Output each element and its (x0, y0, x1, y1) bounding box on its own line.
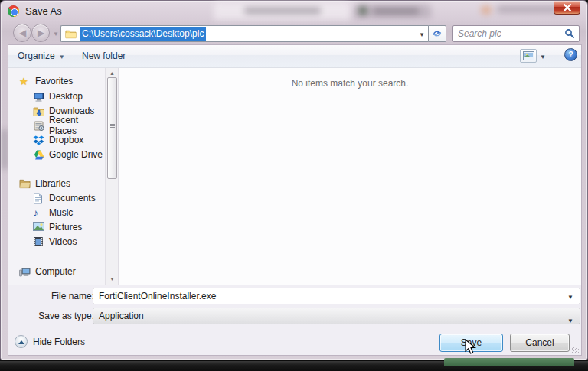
file-name-dropdown-icon[interactable]: ▼ (567, 294, 573, 301)
window-title: Save As (25, 5, 62, 17)
libraries-icon (19, 178, 31, 190)
file-name-row: File name: ▼ (8, 288, 581, 304)
search-icon[interactable] (564, 28, 575, 39)
file-name-input[interactable] (99, 290, 558, 302)
views-button[interactable] (520, 49, 537, 63)
sidebar-item-label: Documents (49, 193, 96, 203)
google-drive-icon (33, 149, 44, 161)
navigation-pane: ★ Favorites Desktop Downloads (8, 68, 105, 285)
sidebar-item-videos[interactable]: Videos (33, 235, 77, 249)
refresh-button[interactable] (428, 25, 446, 42)
scrollbar-thumb[interactable] (107, 77, 117, 179)
file-listing: ★ Favorites Desktop Downloads (8, 68, 581, 285)
save-type-label: Save as type: (14, 311, 94, 321)
pictures-icon (33, 222, 44, 233)
search-input[interactable] (458, 28, 557, 40)
address-path[interactable]: C:\Users\cossack\Desktop\pic (80, 27, 206, 41)
help-button[interactable]: ? (564, 48, 577, 61)
save-type-dropdown-icon[interactable]: ▼ (567, 314, 573, 329)
hide-folders-label: Hide Folders (33, 337, 85, 347)
scroll-down-icon[interactable]: ▼ (106, 274, 118, 284)
empty-search-message: No items match your search. (119, 78, 581, 89)
address-dropdown-icon[interactable]: ▼ (419, 31, 425, 38)
save-type-row: Save as type: Application ▼ (8, 308, 581, 324)
file-list-pane[interactable]: No items match your search. (118, 68, 581, 285)
sidebar-item-label: Videos (49, 236, 77, 247)
forward-arrow-icon: ▶ (38, 28, 44, 38)
organize-label: Organize (18, 50, 55, 61)
chrome-logo-icon (8, 5, 19, 17)
music-icon: ♪ (33, 207, 44, 219)
sidebar-scrollbar[interactable]: ▲ ▼ (105, 68, 118, 285)
sidebar-section-favorites[interactable]: ★ Favorites (19, 74, 73, 88)
file-name-label: File name: (14, 291, 94, 301)
desktop-icon (33, 91, 44, 103)
close-button[interactable] (554, 1, 580, 15)
refresh-icon (432, 28, 443, 39)
recent-places-icon (33, 120, 44, 132)
search-box[interactable] (452, 25, 580, 42)
sidebar-item-label: Music (49, 207, 73, 218)
chevron-up-icon (15, 335, 28, 348)
views-icon (523, 51, 534, 60)
sidebar-section-label: Libraries (35, 178, 70, 189)
recent-pages-dropdown[interactable]: ▼ (53, 31, 59, 37)
sidebar-item-label: Google Drive (49, 149, 103, 160)
sidebar-section-label: Favorites (35, 76, 73, 86)
file-name-combo[interactable]: ▼ (93, 288, 580, 304)
sidebar-item-desktop[interactable]: Desktop (33, 89, 83, 103)
save-as-dialog: Save As ◀ ▶ ▼ C:\Users\cossack\Desktop\p… (0, 0, 588, 360)
sidebar-item-label: Desktop (49, 91, 83, 102)
back-arrow-icon: ◀ (19, 28, 26, 38)
close-icon (563, 3, 572, 12)
dialog-footer: Hide Folders Save Cancel (8, 330, 581, 356)
background-smudge (2, 129, 8, 169)
sidebar-item-dropbox[interactable]: Dropbox (33, 133, 83, 147)
sidebar-section-computer[interactable]: Computer (19, 265, 76, 278)
cancel-button[interactable]: Cancel (510, 334, 570, 352)
chevron-down-icon: ▼ (59, 54, 65, 60)
sidebar-item-documents[interactable]: Documents (33, 191, 96, 205)
organize-menu-button[interactable]: Organize▼ (18, 50, 65, 61)
sidebar-item-pictures[interactable]: Pictures (33, 220, 82, 234)
taskbar-progress-green (444, 358, 574, 366)
sidebar-item-label: Pictures (49, 222, 82, 233)
mouse-cursor (464, 339, 481, 356)
save-type-value: Application (99, 311, 144, 321)
sidebar-section-label: Computer (35, 266, 76, 277)
views-dropdown-icon[interactable]: ▼ (540, 54, 546, 60)
folder-icon (65, 29, 77, 39)
title-bar[interactable]: Save As (1, 1, 588, 22)
downloads-icon (33, 106, 44, 117)
address-bar[interactable]: C:\Users\cossack\Desktop\pic ▼ (60, 25, 428, 42)
hide-folders-button[interactable]: Hide Folders (15, 335, 85, 348)
computer-icon (19, 266, 31, 278)
sidebar-item-label: Dropbox (49, 135, 83, 145)
back-button[interactable]: ◀ (13, 24, 31, 42)
command-bar: Organize▼ New folder ▼ ? (8, 45, 581, 68)
forward-button[interactable]: ▶ (31, 24, 50, 42)
resize-grip[interactable] (572, 347, 579, 353)
sidebar-item-google-drive[interactable]: Google Drive (33, 148, 103, 161)
sidebar-section-libraries[interactable]: Libraries (19, 177, 70, 190)
documents-icon (33, 193, 44, 204)
navigation-bar: ◀ ▶ ▼ C:\Users\cossack\Desktop\pic ▼ (1, 22, 588, 45)
new-folder-button[interactable]: New folder (82, 50, 126, 61)
save-type-select[interactable]: Application ▼ (93, 308, 580, 324)
dialog-body: Organize▼ New folder ▼ ? ★ Favorites (8, 44, 582, 356)
videos-icon (33, 236, 44, 248)
sidebar-item-music[interactable]: ♪ Music (33, 206, 73, 220)
dropbox-icon (33, 135, 44, 146)
sidebar-item-recent-places[interactable]: Recent Places (33, 119, 105, 132)
star-icon: ★ (19, 76, 31, 87)
